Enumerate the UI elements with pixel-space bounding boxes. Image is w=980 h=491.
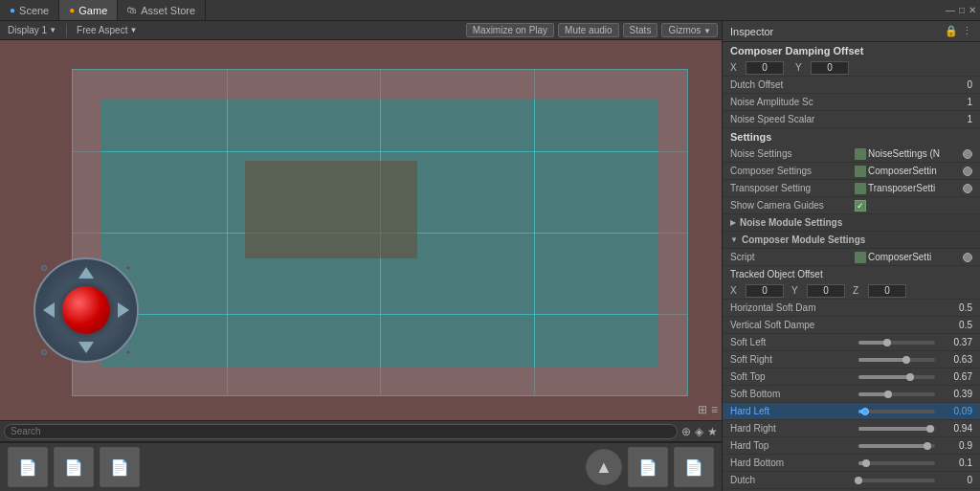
composer-damping-y[interactable]	[811, 61, 849, 75]
tab-scene[interactable]: ● Scene	[0, 0, 59, 20]
more-icon[interactable]: ⋮	[962, 25, 972, 37]
asset-icon-2: 📄	[64, 458, 83, 477]
layers-icon[interactable]: ⊕	[681, 425, 691, 438]
noise-amplitude-label: Noise Amplitude Sc	[730, 97, 864, 107]
search-input[interactable]	[4, 424, 678, 439]
dutch-value: 0	[939, 475, 972, 485]
transposer-setting-text: TransposerSetti	[868, 183, 961, 193]
hard-bottom-row: Hard Bottom 0.1	[723, 455, 980, 472]
composer-settings-dot[interactable]	[963, 167, 972, 176]
show-camera-guides-row: Show Camera Guides ✓	[723, 197, 980, 214]
asset-item-3[interactable]: 📄	[100, 447, 140, 487]
hard-right-track[interactable]	[858, 427, 935, 431]
ball-ring[interactable]	[33, 257, 139, 363]
toz-label: Z	[853, 285, 864, 296]
window-close-icon[interactable]: ✕	[969, 5, 976, 15]
soft-bottom-row: Soft Bottom 0.39	[723, 386, 980, 403]
toolbar-separator	[66, 24, 67, 37]
transposer-setting-label: Transposer Setting	[730, 183, 855, 193]
hard-bottom-value: 0.1	[939, 458, 972, 468]
soft-right-track[interactable]	[858, 358, 935, 362]
transposer-setting-icon	[855, 183, 866, 194]
tracked-object-z[interactable]	[868, 284, 906, 298]
soft-left-track[interactable]	[858, 341, 935, 345]
hard-top-fill	[858, 444, 927, 448]
noise-speed-label: Noise Speed Scalar	[730, 114, 864, 124]
chevron-down-icon: ▼	[49, 26, 56, 34]
hard-top-label: Hard Top	[730, 440, 855, 451]
hard-top-row: Hard Top 0.9	[723, 437, 980, 455]
noise-amplitude-row: Noise Amplitude Sc 1	[723, 94, 980, 111]
noise-settings-label: Noise Settings	[730, 148, 855, 159]
hard-right-row: Hard Right 0.94	[723, 420, 980, 437]
maximize-on-play-btn[interactable]: Maximize on Play	[466, 23, 554, 37]
asset-item-2[interactable]: 📄	[54, 447, 94, 487]
star-icon[interactable]: ★	[707, 425, 718, 438]
noise-module-toggle[interactable]: ▶ Noise Module Settings	[723, 214, 980, 232]
script-icon	[855, 252, 866, 263]
soft-bottom-track[interactable]	[858, 392, 935, 396]
asset-item-special[interactable]: ▲	[586, 449, 622, 485]
dutch-track[interactable]	[858, 479, 935, 482]
tracked-object-x[interactable]	[746, 284, 784, 298]
red-ball[interactable]	[62, 286, 110, 334]
hard-left-row: Hard Left 0.09	[723, 403, 980, 420]
show-camera-guides-checkbox[interactable]: ✓	[855, 200, 866, 212]
hard-right-fill	[858, 427, 930, 431]
tab-game[interactable]: ● Game	[59, 0, 118, 20]
asset-icon-3: 📄	[110, 458, 129, 477]
aspect-selector[interactable]: Free Aspect ▼	[73, 25, 141, 35]
stats-btn[interactable]: Stats	[623, 23, 658, 37]
filter-icon[interactable]: ◈	[695, 425, 703, 438]
settings-header: Settings	[723, 128, 980, 145]
noise-settings-icon	[855, 148, 866, 160]
list-icon[interactable]: ≡	[711, 403, 718, 416]
window-min-icon[interactable]: —	[946, 5, 955, 15]
arrow-up-btn[interactable]	[78, 267, 94, 279]
hard-left-track[interactable]	[858, 410, 935, 413]
display-selector[interactable]: Display 1 ▼	[4, 25, 60, 35]
composer-damping-x[interactable]	[746, 61, 784, 75]
horiz-soft-damping-value: 0.5	[864, 302, 972, 313]
asset-item-4[interactable]: 📄	[628, 447, 668, 487]
vert-soft-damping-row: Vertical Soft Dampe 0.5	[723, 317, 980, 334]
tab-asset-store[interactable]: 🛍 Asset Store	[118, 0, 206, 20]
arrow-down-btn[interactable]	[78, 342, 94, 353]
toggle-arrow-down: ▼	[730, 235, 738, 244]
arrow-left-btn[interactable]	[43, 302, 55, 318]
asset-item-1[interactable]: 📄	[8, 447, 48, 487]
script-dot[interactable]	[963, 253, 972, 262]
soft-left-label: Soft Left	[730, 337, 855, 347]
gizmos-btn[interactable]: Gizmos ▼	[661, 23, 718, 37]
mute-audio-btn[interactable]: Mute audio	[558, 23, 618, 37]
dutch-row: Dutch 0	[723, 472, 980, 489]
screw-tr	[125, 265, 131, 271]
inspector-content: Composer Damping Offset X Y Dutch Offset…	[723, 42, 980, 491]
noise-settings-dot[interactable]	[963, 149, 972, 159]
toy-label: Y	[791, 285, 803, 296]
show-camera-guides-label: Show Camera Guides	[730, 200, 855, 211]
composer-module-toggle[interactable]: ▼ Composer Module Settings	[723, 232, 980, 249]
inspector-header: Inspector 🔒 ⋮	[723, 21, 980, 42]
hard-left-value: 0.09	[939, 406, 972, 416]
hard-bottom-label: Hard Bottom	[730, 458, 855, 468]
script-ref: ComposerSetti	[855, 252, 972, 263]
window-max-icon[interactable]: □	[959, 5, 965, 15]
hard-top-track[interactable]	[858, 444, 935, 448]
soft-right-value: 0.63	[939, 354, 972, 365]
grid-icon[interactable]: ⊞	[698, 403, 707, 416]
soft-top-track[interactable]	[858, 375, 935, 379]
transposer-setting-dot[interactable]	[963, 184, 972, 193]
composer-settings-row: Composer Settings ComposerSettin	[723, 163, 980, 180]
hard-right-thumb	[926, 425, 934, 433]
arrow-right-btn[interactable]	[118, 302, 129, 318]
transposer-setting-row: Transposer Setting TransposerSetti	[723, 180, 980, 197]
lock-icon[interactable]: 🔒	[945, 25, 958, 37]
asset-item-5[interactable]: 📄	[674, 447, 714, 487]
hard-top-value: 0.9	[939, 440, 972, 451]
hard-bottom-track[interactable]	[858, 461, 935, 465]
store-icon: 🛍	[127, 5, 137, 15]
asset-icon-4: 📄	[638, 458, 657, 477]
composer-damping-header: Composer Damping Offset	[723, 42, 980, 59]
tracked-object-y[interactable]	[807, 284, 845, 298]
